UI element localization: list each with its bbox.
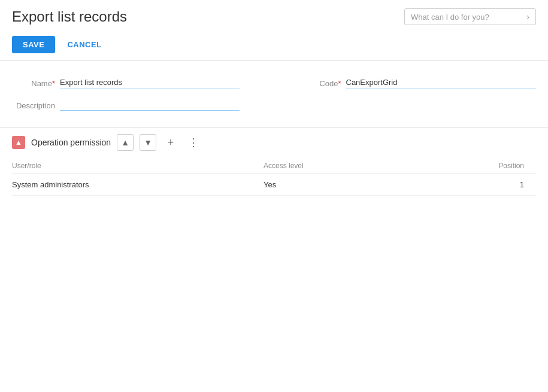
op-collapse-icon: ▲ <box>15 138 22 147</box>
help-search-arrow-icon: › <box>526 12 529 22</box>
op-table-header-row: User/role Access level Position <box>12 158 536 174</box>
description-input-wrapper <box>60 100 240 111</box>
page-header: Export list records What can I do for yo… <box>0 0 548 31</box>
name-field: Name* Export list records <box>12 78 250 89</box>
description-row: Description <box>12 100 536 111</box>
code-label: Code* <box>298 79 346 88</box>
form-section: Name* Export list records Code* CanExpor… <box>0 61 548 127</box>
op-move-up-button[interactable]: ▲ <box>117 134 134 151</box>
description-field: Description <box>12 100 536 111</box>
op-move-down-icon: ▼ <box>144 138 152 147</box>
cancel-button[interactable]: CANCEL <box>61 36 107 53</box>
description-value[interactable] <box>60 100 240 111</box>
col-header-access-level: Access level <box>264 158 463 174</box>
code-field: Code* CanExportGrid <box>250 78 537 89</box>
op-add-button[interactable]: + <box>162 134 179 151</box>
op-table: User/role Access level Position System a… <box>12 158 536 196</box>
op-more-icon: ⋮ <box>188 136 199 149</box>
description-label: Description <box>12 101 60 110</box>
toolbar: SAVE CANCEL <box>0 31 548 60</box>
op-move-down-button[interactable]: ▼ <box>140 134 156 151</box>
op-more-button[interactable]: ⋮ <box>185 134 202 151</box>
table-row: System administratorsYes1 <box>12 174 536 196</box>
page-title: Export list records <box>12 8 127 25</box>
op-collapse-button[interactable]: ▲ <box>12 136 25 149</box>
op-add-icon: + <box>168 136 174 149</box>
col-header-user-role: User/role <box>12 158 264 174</box>
cell-user-role: System administrators <box>12 174 264 196</box>
op-move-up-icon: ▲ <box>121 138 129 147</box>
help-search-text: What can I do for you? <box>411 13 489 22</box>
op-header: ▲ Operation permission ▲ ▼ + ⋮ <box>12 134 536 151</box>
name-value[interactable]: Export list records <box>60 78 240 89</box>
help-search-box[interactable]: What can I do for you? › <box>404 8 536 25</box>
cell-position: 1 <box>463 174 537 196</box>
save-button[interactable]: SAVE <box>12 36 55 53</box>
code-value[interactable]: CanExportGrid <box>346 78 537 89</box>
name-input-wrapper: Export list records <box>60 78 240 89</box>
cell-access-level: Yes <box>264 174 463 196</box>
col-header-position: Position <box>463 158 537 174</box>
op-section-title: Operation permission <box>31 138 111 147</box>
name-code-row: Name* Export list records Code* CanExpor… <box>12 78 536 89</box>
name-label: Name* <box>12 79 60 88</box>
operation-permission-section: ▲ Operation permission ▲ ▼ + ⋮ User/role… <box>0 128 548 196</box>
